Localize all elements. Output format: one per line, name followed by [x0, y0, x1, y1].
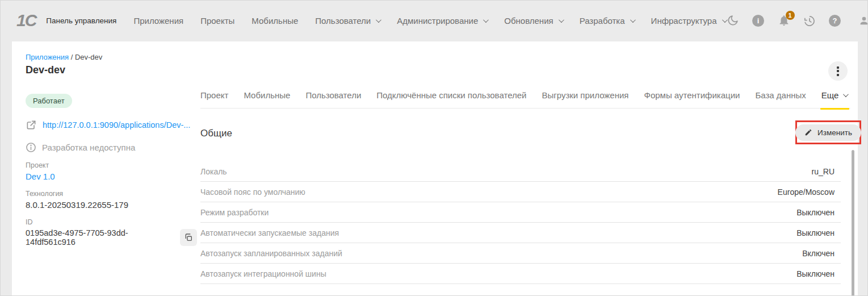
navbar-actions: i 1 ?	[726, 14, 868, 27]
menu-item-administration[interactable]: Администрирование	[397, 16, 487, 26]
menu-item-mobile[interactable]: Мобильные	[251, 16, 298, 26]
copy-id-button[interactable]	[180, 229, 197, 246]
main-panel: Проект Мобильные Пользователи Подключённ…	[200, 90, 850, 284]
section-title: Общие	[200, 128, 232, 139]
menu-item-users[interactable]: Пользователи	[315, 16, 380, 26]
tab-app-exports[interactable]: Выгрузки приложения	[542, 90, 628, 100]
top-navbar: 1С Панель управления Приложения Проекты …	[1, 1, 867, 40]
chevron-down-icon	[376, 17, 381, 23]
status-badge: Работает	[26, 94, 72, 108]
chevron-down-icon	[483, 17, 489, 23]
tab-mobile[interactable]: Мобильные	[244, 90, 290, 100]
pencil-icon	[804, 128, 812, 136]
edit-button[interactable]: Изменить	[795, 124, 861, 141]
settings-row-timezone: Часовой пояс по умолчанию Europe/Moscow	[200, 182, 841, 202]
user-profile-icon[interactable]	[857, 14, 868, 27]
dark-mode-moon-icon[interactable]	[726, 14, 740, 27]
technology-label: Технология	[26, 190, 197, 198]
menu-item-projects[interactable]: Проекты	[200, 16, 234, 26]
1c-logo: 1С	[16, 11, 36, 30]
breadcrumb-current: Dev-dev	[75, 53, 102, 61]
technology-value: 8.0.1-20250319.22655-179	[26, 200, 197, 210]
chevron-down-icon	[843, 91, 849, 97]
help-icon[interactable]: ?	[828, 14, 842, 27]
notifications-bell-icon[interactable]: 1	[777, 14, 791, 27]
general-settings-table: Локаль ru_RU Часовой пояс по умолчанию E…	[200, 161, 841, 284]
settings-row-auto-jobs: Автоматически запускаемые задания Выключ…	[200, 223, 841, 243]
id-value: 0195ad3e-4975-7705-93dd-14fdf561c916	[26, 228, 175, 247]
tab-bar: Проект Мобильные Пользователи Подключённ…	[200, 90, 850, 109]
menu-item-applications[interactable]: Приложения	[133, 16, 183, 26]
tab-more[interactable]: Еще	[821, 90, 848, 100]
app-brand: Панель управления	[46, 16, 116, 25]
info-icon[interactable]: i	[752, 14, 765, 27]
project-field: Проект Dev 1.0	[26, 161, 197, 181]
application-url-link[interactable]: http://127.0.0.1:9090/applications/Dev-.…	[43, 120, 190, 130]
app-summary-sidebar: Работает http://127.0.0.1:9090/applicati…	[26, 94, 197, 247]
notification-count-badge: 1	[786, 11, 795, 20]
chevron-down-icon	[559, 17, 564, 23]
dev-unavailable-row: Разработка недоступна	[26, 142, 197, 153]
general-section-header: Общие Изменить	[200, 124, 850, 148]
page-title: Dev-dev	[26, 64, 65, 76]
settings-row-scheduled-jobs: Автозапуск запланированных заданий Включ…	[200, 243, 841, 264]
settings-row-dev-mode: Режим разработки Выключен	[200, 202, 841, 223]
menu-item-infrastructure[interactable]: Инфраструктура	[651, 16, 726, 26]
tab-auth-forms[interactable]: Формы аутентификации	[644, 90, 740, 100]
menu-item-updates[interactable]: Обновления	[504, 16, 562, 26]
copy-icon	[184, 233, 193, 242]
dev-unavailable-text: Разработка недоступна	[42, 143, 135, 152]
project-label: Проект	[26, 161, 197, 169]
annotation-highlight: Изменить	[795, 120, 861, 144]
tab-connected-user-lists[interactable]: Подключённые списки пользователей	[376, 90, 526, 100]
app-url-row: http://127.0.0.1:9090/applications/Dev-.…	[26, 119, 197, 131]
breadcrumb-link-applications[interactable]: Приложения	[26, 53, 69, 61]
tab-users[interactable]: Пользователи	[305, 90, 361, 100]
chevron-down-icon	[630, 17, 636, 23]
project-link[interactable]: Dev 1.0	[26, 172, 197, 181]
history-icon[interactable]	[803, 14, 816, 27]
tab-database[interactable]: База данных	[755, 90, 806, 100]
id-field: ID 0195ad3e-4975-7705-93dd-14fdf561c916	[26, 218, 197, 247]
breadcrumb: Приложения / Dev-dev	[26, 53, 102, 61]
breadcrumb-separator: /	[69, 53, 75, 61]
content-card: Приложения / Dev-dev Dev-dev Работает ht…	[12, 41, 858, 296]
main-menu: Приложения Проекты Мобильные Пользовател…	[133, 16, 726, 26]
technology-field: Технология 8.0.1-20250319.22655-179	[26, 190, 197, 210]
id-label: ID	[26, 218, 197, 226]
more-actions-kebab-button[interactable]	[828, 61, 848, 81]
menu-item-development[interactable]: Разработка	[580, 16, 634, 26]
settings-row-locale: Локаль ru_RU	[200, 161, 841, 182]
info-outline-icon	[26, 142, 36, 153]
settings-row-integration-bus: Автозапуск интеграционной шины Выключен	[200, 264, 841, 284]
external-link-icon	[26, 119, 37, 131]
vertical-scrollbar[interactable]	[852, 150, 854, 296]
tab-project[interactable]: Проект	[200, 90, 228, 100]
